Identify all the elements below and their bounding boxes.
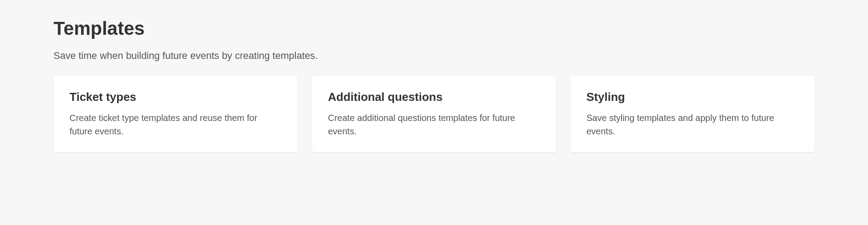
card-description: Create ticket type templates and reuse t… — [70, 111, 282, 138]
card-description: Create additional questions templates fo… — [328, 111, 540, 138]
card-title: Ticket types — [70, 90, 282, 104]
card-ticket-types[interactable]: Ticket types Create ticket type template… — [53, 76, 298, 152]
card-additional-questions[interactable]: Additional questions Create additional q… — [312, 76, 556, 152]
card-title: Styling — [586, 90, 798, 104]
card-description: Save styling templates and apply them to… — [586, 111, 798, 138]
card-styling[interactable]: Styling Save styling templates and apply… — [570, 76, 815, 152]
page-subtitle: Save time when building future events by… — [53, 50, 815, 62]
card-title: Additional questions — [328, 90, 540, 104]
template-cards-container: Ticket types Create ticket type template… — [53, 76, 815, 152]
page-title: Templates — [53, 18, 815, 39]
